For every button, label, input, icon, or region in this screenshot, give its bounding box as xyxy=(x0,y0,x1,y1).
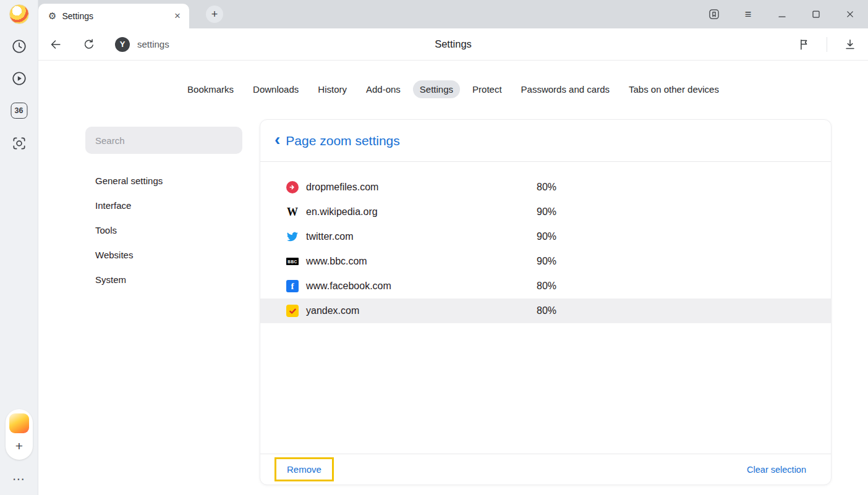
tab-protect[interactable]: Protect xyxy=(466,80,509,98)
page-zoom-card: ‹ Page zoom settings dropmefiles.com 80%… xyxy=(260,119,832,485)
browser-tab-settings[interactable]: ⚙ Settings × xyxy=(38,4,189,28)
collections-icon[interactable] xyxy=(707,7,721,22)
clear-selection-link[interactable]: Clear selection xyxy=(747,465,806,475)
toolbar-divider xyxy=(827,37,827,52)
yandex-app-icon[interactable] xyxy=(9,413,29,433)
wikipedia-favicon: W xyxy=(286,206,299,218)
remove-button[interactable]: Remove xyxy=(274,457,334,481)
tab-history[interactable]: History xyxy=(311,80,354,98)
site-name: dropmefiles.com xyxy=(306,182,537,193)
maximize-icon[interactable] xyxy=(809,7,823,22)
menu-glyph: ≡ xyxy=(745,8,752,21)
downloads-icon[interactable] xyxy=(843,37,857,52)
settings-sidebar: General settings Interface Tools Website… xyxy=(74,117,253,485)
sidebar-item-system[interactable]: System xyxy=(74,267,253,292)
zoom-percent: 80% xyxy=(537,182,556,193)
site-name: www.bbc.com xyxy=(306,256,537,267)
sidebar-item-general[interactable]: General settings xyxy=(74,168,253,193)
zoom-percent: 90% xyxy=(537,256,556,267)
site-badge[interactable]: Y xyxy=(115,37,130,52)
video-play-icon[interactable] xyxy=(11,70,27,87)
bbc-favicon: BBC xyxy=(286,258,299,265)
site-name: twitter.com xyxy=(306,231,537,242)
tab-title: Settings xyxy=(62,11,173,21)
bookmark-flag-icon[interactable] xyxy=(796,37,811,52)
rail-more-icon[interactable]: ⋯ xyxy=(12,472,25,486)
side-rail: 36 + ⋯ xyxy=(0,0,38,495)
zoom-percent: 90% xyxy=(537,206,556,218)
tab-settings[interactable]: Settings xyxy=(413,80,460,98)
window-controls: ≡ xyxy=(707,0,857,28)
zoom-row-twitter[interactable]: twitter.com 90% xyxy=(260,224,831,249)
tab-strip: ⚙ Settings × + ≡ xyxy=(38,0,868,28)
tab-counter-badge[interactable]: 36 xyxy=(11,103,27,119)
settings-list: General settings Interface Tools Website… xyxy=(74,168,253,292)
back-icon[interactable] xyxy=(48,37,63,52)
address-bar-text[interactable]: settings xyxy=(137,39,169,49)
zoom-footer: Remove Clear selection xyxy=(260,454,831,484)
zoom-percent: 80% xyxy=(537,305,556,316)
settings-nav-tabs: Bookmarks Downloads History Add-ons Sett… xyxy=(38,80,868,98)
yandex-favicon xyxy=(286,305,299,317)
settings-page: Bookmarks Downloads History Add-ons Sett… xyxy=(38,61,868,495)
dropmefiles-favicon xyxy=(286,181,299,193)
gear-icon: ⚙ xyxy=(48,11,56,22)
zoom-row-facebook[interactable]: f www.facebook.com 80% xyxy=(260,274,831,298)
user-avatar[interactable] xyxy=(9,4,29,24)
zoom-row-bbc[interactable]: BBC www.bbc.com 90% xyxy=(260,249,831,274)
tab-passwords[interactable]: Passwords and cards xyxy=(514,80,616,98)
new-tab-button[interactable]: + xyxy=(206,6,223,23)
twitter-favicon xyxy=(286,231,299,243)
zoom-settings-title[interactable]: Page zoom settings xyxy=(286,133,399,148)
tab-other-devices[interactable]: Tabs on other devices xyxy=(622,80,726,98)
menu-icon[interactable]: ≡ xyxy=(741,7,755,22)
tab-addons[interactable]: Add-ons xyxy=(359,80,407,98)
zoom-percent: 90% xyxy=(537,231,556,242)
search-box xyxy=(85,127,242,154)
screenshot-icon[interactable] xyxy=(11,135,27,151)
zoom-header: ‹ Page zoom settings xyxy=(260,120,831,162)
tab-counter-value: 36 xyxy=(15,106,23,115)
sidebar-item-interface[interactable]: Interface xyxy=(74,193,253,218)
sidebar-item-tools[interactable]: Tools xyxy=(74,218,253,242)
zoom-percent: 80% xyxy=(537,281,556,292)
minimize-icon[interactable] xyxy=(775,7,789,22)
tab-bookmarks[interactable]: Bookmarks xyxy=(181,80,240,98)
zoom-row-wikipedia[interactable]: W en.wikipedia.org 90% xyxy=(260,200,831,224)
browser-toolbar: Y settings Settings xyxy=(38,28,868,61)
add-app-icon[interactable]: + xyxy=(6,436,33,456)
tab-close-icon[interactable]: × xyxy=(173,10,182,22)
site-name: www.facebook.com xyxy=(306,281,537,292)
zoom-row-yandex[interactable]: yandex.com 80% xyxy=(260,298,831,323)
bbc-favicon-wrap: BBC xyxy=(286,255,299,268)
sidebar-item-websites[interactable]: Websites xyxy=(74,242,253,267)
history-icon[interactable] xyxy=(11,38,27,54)
site-name: en.wikipedia.org xyxy=(306,206,537,218)
close-icon[interactable] xyxy=(843,7,857,22)
zoom-site-list: dropmefiles.com 80% W en.wikipedia.org 9… xyxy=(260,162,831,323)
zoom-row-dropmefiles[interactable]: dropmefiles.com 80% xyxy=(260,175,831,200)
tab-downloads[interactable]: Downloads xyxy=(246,80,305,98)
toolbar-right xyxy=(796,37,857,52)
site-name: yandex.com xyxy=(306,305,537,316)
reload-icon[interactable] xyxy=(82,37,96,52)
back-chevron-icon[interactable]: ‹ xyxy=(274,131,280,148)
search-input[interactable] xyxy=(85,135,242,146)
pinned-app-panel: + xyxy=(6,409,33,460)
facebook-favicon: f xyxy=(286,280,299,292)
